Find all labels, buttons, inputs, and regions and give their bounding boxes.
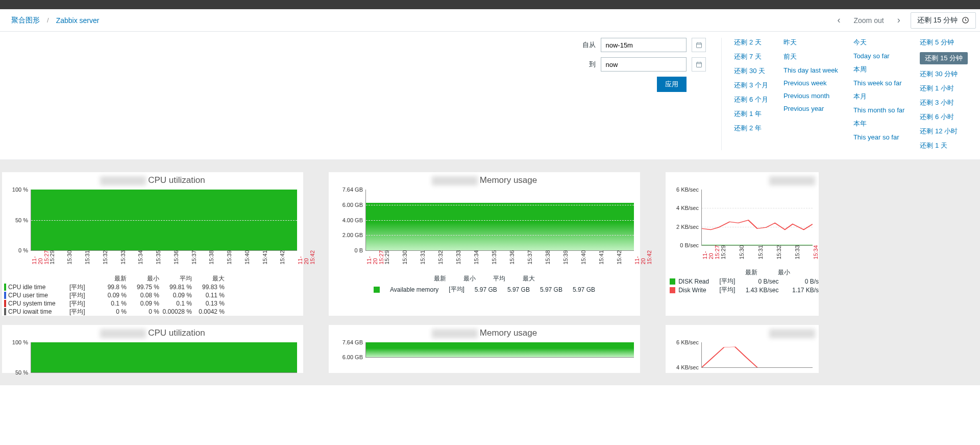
- time-next-icon[interactable]: ›: [897, 15, 900, 26]
- y-tick: 6.00 GB: [342, 354, 366, 360]
- y-tick: 4 KB/sec: [676, 364, 702, 370]
- time-preset-link[interactable]: 前天: [783, 52, 838, 61]
- x-tick: 15:29: [720, 245, 726, 263]
- time-preset-link[interactable]: 还剩 2 年: [734, 124, 768, 133]
- breadcrumb: 聚合图形 / Zabbix server: [4, 16, 106, 25]
- time-preset-link[interactable]: Previous year: [783, 105, 838, 112]
- time-prev-icon[interactable]: ‹: [838, 15, 841, 26]
- x-tick: 15:41: [262, 250, 268, 268]
- time-preset-link[interactable]: 本年: [853, 119, 904, 128]
- time-preset-link[interactable]: This week so far: [853, 79, 904, 87]
- x-tick: 15:40: [580, 250, 586, 268]
- x-tick: 15:41: [598, 250, 604, 268]
- x-tick: 15:36: [509, 250, 515, 268]
- x-tick: 15:33: [455, 250, 461, 268]
- time-preset-link[interactable]: 本月: [853, 92, 904, 101]
- breadcrumb-current[interactable]: Zabbix server: [49, 16, 107, 25]
- x-tick: 11-20 15:27: [31, 250, 50, 268]
- y-tick: 4 KB/sec: [676, 205, 702, 211]
- time-preset-link[interactable]: This day last week: [783, 66, 838, 74]
- time-preset-link[interactable]: Today so far: [853, 52, 904, 60]
- x-tick: 15:40: [244, 250, 250, 268]
- to-label: 到: [589, 60, 596, 69]
- x-tick: 15:32: [437, 250, 444, 268]
- x-tick: 15:30: [66, 250, 72, 268]
- breadcrumb-parent[interactable]: 聚合图形: [4, 16, 47, 25]
- legend-row: DISK Read[平均]0 B/sec0 B/s: [670, 277, 819, 286]
- disk-graph: 6 KB/sec4 KB/sec: [666, 325, 819, 373]
- legend-row: Available memory[平均]5.97 GB5.97 GB5.97 G…: [374, 285, 595, 294]
- apply-button[interactable]: 应用: [657, 77, 687, 92]
- breadcrumb-row: 聚合图形 / Zabbix server ‹ Zoom out › 还剩 15 …: [0, 9, 980, 32]
- x-tick: 15:30: [739, 245, 745, 263]
- time-preset-link[interactable]: 还剩 30 天: [734, 66, 768, 76]
- plot-area: 6 KB/sec4 KB/sec2 KB/sec0 B/sec11-20 15:…: [701, 190, 813, 246]
- cpu-graph: CPU utilization100 %50 %: [2, 325, 303, 373]
- y-tick: 50 %: [15, 369, 31, 376]
- legend-row: CPU idle time[平均]99.8 %99.75 %99.81 %99.…: [4, 283, 303, 291]
- time-preset-link[interactable]: This month so far: [853, 106, 904, 114]
- x-tick: 15:35: [155, 250, 161, 268]
- time-preset-link[interactable]: 还剩 12 小时: [920, 127, 968, 136]
- x-tick: 15:42: [616, 250, 622, 268]
- time-preset-link[interactable]: 还剩 1 天: [920, 141, 968, 150]
- y-tick: 100 %: [12, 339, 31, 345]
- x-tick: 15:36: [173, 250, 179, 268]
- svg-rect-2: [696, 62, 701, 67]
- legend: 最新最小DISK Read[平均]0 B/sec0 B/sDisk Write[…: [666, 268, 819, 294]
- time-preset-link[interactable]: 还剩 7 天: [734, 52, 768, 61]
- y-tick: 4.00 GB: [342, 217, 366, 223]
- legend-row: Disk Write[平均]1.43 KB/sec1.17 KB/s: [670, 286, 819, 294]
- time-preset-link[interactable]: 今天: [853, 38, 904, 47]
- time-preset-link[interactable]: This year so far: [853, 133, 904, 141]
- to-input[interactable]: [601, 57, 687, 72]
- from-calendar-button[interactable]: [692, 38, 706, 52]
- y-tick: 6 KB/sec: [676, 186, 702, 193]
- time-preset-link[interactable]: 还剩 6 个月: [734, 95, 768, 104]
- time-preset-link[interactable]: 还剩 15 分钟: [920, 52, 968, 64]
- x-tick: 15:37: [191, 250, 197, 268]
- preset-column: 还剩 5 分钟还剩 15 分钟还剩 30 分钟还剩 1 小时还剩 3 小时还剩 …: [920, 38, 968, 150]
- x-tick: 15:34: [137, 250, 143, 268]
- zoom-out-button[interactable]: Zoom out: [854, 16, 884, 25]
- time-preset-link[interactable]: 还剩 3 小时: [920, 98, 968, 107]
- time-preset-link[interactable]: Previous week: [783, 79, 838, 87]
- from-label: 自从: [582, 40, 596, 50]
- time-preset-link[interactable]: 本周: [853, 65, 904, 74]
- memory-graph: Memory usage7.64 GB6.00 GB4.00 GB2.00 GB…: [329, 172, 640, 316]
- time-preset-link[interactable]: 还剩 2 天: [734, 38, 768, 47]
- graphs-container: CPU utilization100 %50 %0 %11-20 15:2715…: [0, 160, 980, 385]
- disk-graph: 6 KB/sec4 KB/sec2 KB/sec0 B/sec11-20 15:…: [666, 172, 819, 316]
- time-controls: ‹ Zoom out › 还剩 15 分钟: [838, 12, 976, 29]
- x-tick: 15:34: [813, 245, 819, 263]
- calendar-icon: [695, 41, 703, 49]
- clock-icon: [962, 16, 969, 24]
- time-range-display[interactable]: 还剩 15 分钟: [911, 12, 976, 29]
- x-tick: 15:37: [527, 250, 533, 268]
- time-preset-link[interactable]: 还剩 6 小时: [920, 112, 968, 122]
- time-preset-link[interactable]: 昨天: [783, 38, 838, 47]
- time-preset-link[interactable]: Previous month: [783, 92, 838, 100]
- to-calendar-button[interactable]: [692, 57, 706, 72]
- from-input[interactable]: [601, 38, 687, 52]
- plot-area: 7.64 GB6.00 GB4.00 GB2.00 GB0 B11-20 15:…: [365, 190, 634, 251]
- preset-column: 还剩 2 天还剩 7 天还剩 30 天还剩 3 个月还剩 6 个月还剩 1 年还…: [734, 38, 768, 150]
- x-tick: 15:35: [491, 250, 497, 268]
- plot-area: 7.64 GB6.00 GB: [365, 342, 634, 358]
- x-tick: 15:34: [473, 250, 479, 268]
- plot-area: 6 KB/sec4 KB/sec: [701, 342, 813, 368]
- time-preset-link[interactable]: 还剩 3 个月: [734, 81, 768, 90]
- time-nav: ‹ Zoom out ›: [838, 15, 900, 26]
- x-tick: 11-20 15:27: [702, 245, 720, 263]
- graph-title: Memory usage: [329, 325, 640, 342]
- x-tick: 15:31: [757, 245, 764, 263]
- legend-row: CPU iowait time[平均]0 %0 %0.00028 %0.0042…: [4, 308, 303, 316]
- time-preset-link[interactable]: 还剩 30 分钟: [920, 69, 968, 79]
- cpu-graph: CPU utilization100 %50 %0 %11-20 15:2715…: [2, 172, 303, 316]
- x-tick: 15:38: [208, 250, 214, 268]
- time-preset-link[interactable]: 还剩 1 小时: [920, 84, 968, 93]
- preset-column: 今天Today so far本周This week so far本月This m…: [853, 38, 904, 150]
- time-preset-link[interactable]: 还剩 5 分钟: [920, 38, 968, 47]
- time-preset-link[interactable]: 还剩 1 年: [734, 109, 768, 119]
- x-tick: 15:33: [120, 250, 126, 268]
